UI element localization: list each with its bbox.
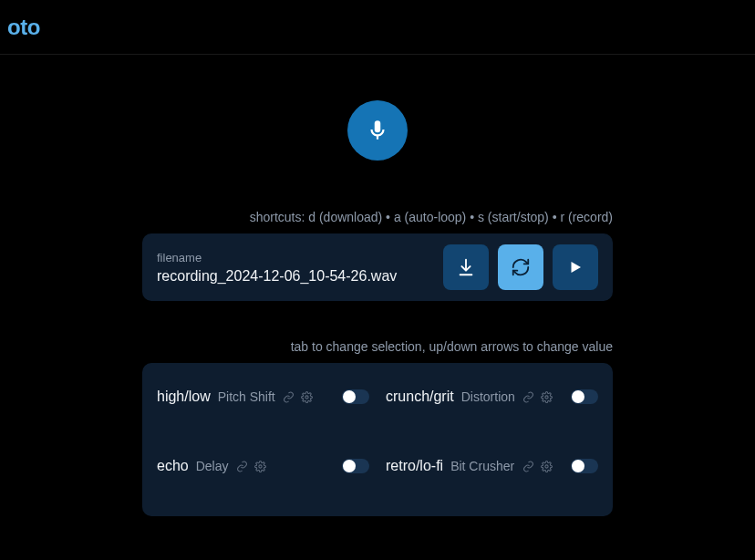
effect-highlow: high/low Pitch Shift [157, 389, 369, 405]
microphone-icon [366, 119, 389, 142]
app-header: oto [0, 0, 755, 55]
gear-icon[interactable] [541, 390, 553, 403]
effect-type: Delay [196, 459, 229, 473]
logo: oto [7, 15, 40, 40]
svg-point-3 [545, 464, 548, 467]
link-icon[interactable] [283, 390, 295, 403]
loop-icon [511, 257, 531, 277]
link-icon[interactable] [236, 460, 249, 472]
effect-toggle[interactable] [342, 459, 369, 473]
file-info: filename recording_2024-12-06_10-54-26.w… [157, 251, 434, 285]
effect-name: crunch/grit [386, 389, 454, 405]
svg-point-1 [545, 395, 548, 398]
effect-toggle[interactable] [571, 459, 598, 473]
effect-name: retro/lo-fi [386, 458, 443, 474]
effects-card: high/low Pitch Shift crunch/grit Distort… [142, 363, 613, 516]
gear-icon[interactable] [254, 460, 267, 472]
record-button[interactable] [347, 100, 408, 161]
svg-point-0 [305, 395, 308, 398]
svg-point-2 [259, 464, 262, 467]
main-content: shortcuts: d (download) • a (auto-loop) … [0, 55, 755, 516]
effect-toggle[interactable] [571, 389, 598, 404]
link-icon[interactable] [522, 390, 535, 403]
loop-button[interactable] [498, 244, 543, 290]
play-icon [567, 259, 584, 275]
link-icon[interactable] [522, 460, 534, 472]
effect-name: high/low [157, 389, 211, 405]
effect-crunchgrit: crunch/grit Distortion [386, 389, 598, 405]
effect-type: Pitch Shift [218, 389, 275, 404]
gear-icon[interactable] [540, 460, 553, 472]
filename-value: recording_2024-12-06_10-54-26.wav [157, 268, 434, 285]
filename-label: filename [157, 251, 434, 264]
effects-hint: tab to change selection, up/down arrows … [142, 339, 613, 354]
effect-echo: echo Delay [157, 458, 369, 474]
gear-icon[interactable] [301, 390, 314, 403]
download-button[interactable] [443, 244, 489, 290]
download-icon [456, 257, 476, 277]
effect-type: Bit Crusher [450, 459, 514, 473]
effect-type: Distortion [461, 389, 515, 404]
play-button[interactable] [553, 244, 598, 290]
effect-toggle[interactable] [342, 389, 369, 404]
effect-name: echo [157, 458, 189, 474]
file-card: filename recording_2024-12-06_10-54-26.w… [142, 233, 613, 301]
effect-retrolofi: retro/lo-fi Bit Crusher [386, 458, 598, 474]
shortcuts-hint: shortcuts: d (download) • a (auto-loop) … [142, 210, 613, 224]
